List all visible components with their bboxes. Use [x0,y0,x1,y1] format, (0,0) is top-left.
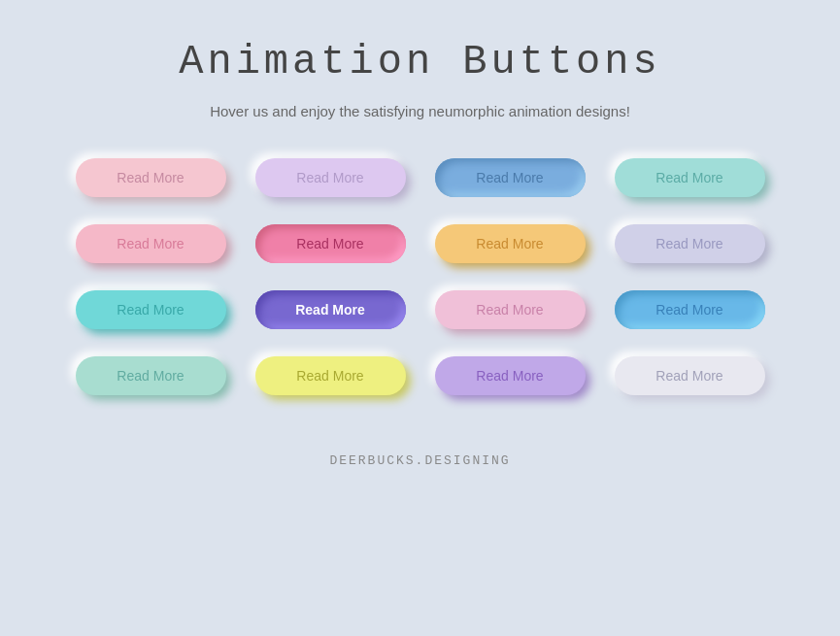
page-title: Animation Buttons [179,39,660,85]
read-more-button-13[interactable]: Read More [76,356,226,395]
read-more-button-8[interactable]: Read More [615,224,765,263]
read-more-button-3[interactable]: Read More [435,158,586,197]
read-more-button-11[interactable]: Read More [435,290,586,329]
read-more-button-10[interactable]: Read More [255,290,406,329]
read-more-button-16[interactable]: Read More [615,356,765,395]
read-more-button-12[interactable]: Read More [615,290,765,329]
read-more-button-1[interactable]: Read More [76,158,226,197]
read-more-button-6[interactable]: Read More [255,224,406,263]
read-more-button-15[interactable]: Read More [435,356,586,395]
buttons-grid: Read More Read More Read More Read More … [76,158,765,395]
read-more-button-2[interactable]: Read More [255,158,406,197]
read-more-button-9[interactable]: Read More [76,290,226,329]
read-more-button-14[interactable]: Read More [255,356,406,395]
footer-text: DEERBUCKS.DESIGNING [329,453,510,468]
read-more-button-4[interactable]: Read More [615,158,765,197]
page-subtitle: Hover us and enjoy the satisfying neumor… [210,103,630,119]
read-more-button-7[interactable]: Read More [435,224,586,263]
read-more-button-5[interactable]: Read More [76,224,226,263]
